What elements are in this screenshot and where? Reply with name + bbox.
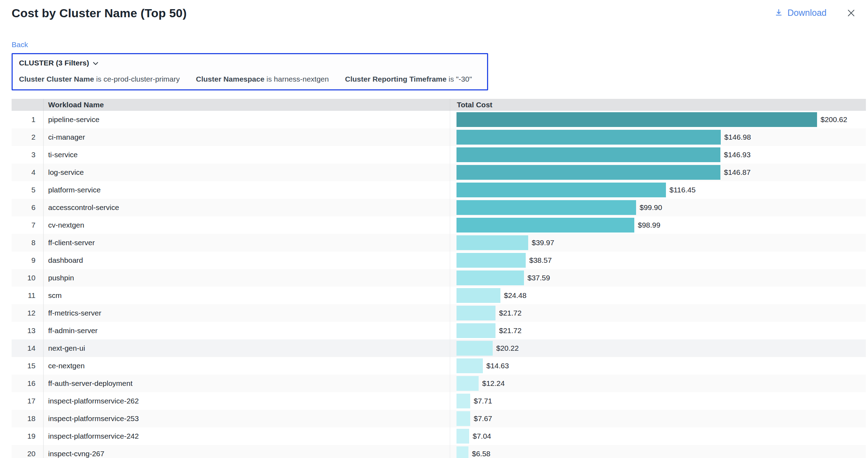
column-header-workload-name: Workload Name bbox=[43, 99, 450, 111]
row-rank: 20 bbox=[12, 450, 43, 458]
filter-condition[interactable]: Cluster Reporting Timeframe is "-30" bbox=[345, 75, 472, 83]
total-cost-cell: $7.67 bbox=[450, 410, 866, 427]
workload-name: dashboard bbox=[43, 252, 450, 269]
workload-name: inspect-platformservice-242 bbox=[43, 427, 450, 445]
table-row[interactable]: 14next-gen-ui$20.22 bbox=[12, 339, 866, 357]
table-row[interactable]: 19inspect-platformservice-242$7.04 bbox=[12, 427, 866, 445]
table-row[interactable]: 17inspect-platformservice-262$7.71 bbox=[12, 392, 866, 410]
table-row[interactable]: 11scm$24.48 bbox=[12, 287, 866, 304]
cost-bar[interactable] bbox=[456, 323, 495, 338]
table-row[interactable]: 10pushpin$37.59 bbox=[12, 269, 866, 287]
workload-name: inspect-cvng-267 bbox=[43, 445, 450, 458]
cost-bar[interactable] bbox=[456, 446, 468, 458]
workload-name: accesscontrol-service bbox=[43, 199, 450, 216]
total-cost-cell: $20.22 bbox=[450, 339, 866, 357]
table-row[interactable]: 20inspect-cvng-267$6.58 bbox=[12, 445, 866, 458]
cost-value: $146.98 bbox=[724, 133, 751, 141]
total-cost-cell: $146.93 bbox=[450, 146, 866, 164]
table-row[interactable]: 5platform-service$116.45 bbox=[12, 181, 866, 199]
cost-bar[interactable] bbox=[456, 271, 524, 285]
filter-operator: is bbox=[449, 75, 454, 83]
row-rank: 17 bbox=[12, 397, 43, 405]
cost-bar[interactable] bbox=[456, 394, 470, 408]
row-rank: 8 bbox=[12, 238, 43, 247]
dialog-header: Cost by Cluster Name (Top 50) Download bbox=[12, 6, 858, 20]
header-actions: Download bbox=[774, 8, 856, 18]
table-row[interactable]: 16ff-auth-server-deployment$12.24 bbox=[12, 375, 866, 392]
table-row[interactable]: 13ff-admin-server$21.72 bbox=[12, 322, 866, 339]
table-row[interactable]: 4log-service$146.87 bbox=[12, 164, 866, 181]
cost-value: $39.97 bbox=[532, 238, 554, 247]
workload-name: ti-service bbox=[43, 146, 450, 164]
cost-value: $21.72 bbox=[499, 309, 522, 317]
cost-value: $6.58 bbox=[472, 450, 491, 458]
cost-bar[interactable] bbox=[456, 376, 479, 391]
filter-condition[interactable]: Cluster Cluster Name is ce-prod-cluster-… bbox=[19, 75, 180, 83]
filter-condition[interactable]: Cluster Namespace is harness-nextgen bbox=[196, 75, 329, 83]
table-row[interactable]: 8ff-client-server$39.97 bbox=[12, 234, 866, 252]
workload-name: cv-nextgen bbox=[43, 216, 450, 234]
cost-value: $7.67 bbox=[474, 414, 492, 423]
page-title: Cost by Cluster Name (Top 50) bbox=[12, 6, 187, 20]
cost-value: $99.90 bbox=[640, 203, 662, 212]
total-cost-cell: $24.48 bbox=[450, 287, 866, 304]
filter-group-toggle[interactable]: CLUSTER (3 Filters) bbox=[19, 59, 481, 67]
cost-bar[interactable] bbox=[456, 147, 720, 162]
table-row[interactable]: 12ff-metrics-server$21.72 bbox=[12, 304, 866, 322]
cost-bar[interactable] bbox=[456, 218, 634, 233]
chevron-down-icon bbox=[93, 62, 98, 66]
workload-name: inspect-platformservice-253 bbox=[43, 410, 450, 427]
dialog-cost-by-cluster: Cost by Cluster Name (Top 50) Download bbox=[0, 0, 868, 458]
total-cost-cell: $6.58 bbox=[450, 445, 866, 458]
table-row[interactable]: 9dashboard$38.57 bbox=[12, 252, 866, 269]
table-row[interactable]: 7cv-nextgen$98.99 bbox=[12, 216, 866, 234]
cost-bar[interactable] bbox=[456, 411, 470, 426]
cost-bar[interactable] bbox=[456, 429, 469, 444]
cost-bar[interactable] bbox=[456, 288, 500, 303]
cost-bar[interactable] bbox=[456, 253, 526, 268]
row-rank: 5 bbox=[12, 186, 43, 194]
workload-name: platform-service bbox=[43, 181, 450, 199]
back-link[interactable]: Back bbox=[12, 40, 28, 49]
filter-conditions: Cluster Cluster Name is ce-prod-cluster-… bbox=[19, 75, 481, 83]
cost-bar[interactable] bbox=[456, 235, 528, 250]
download-button[interactable]: Download bbox=[774, 8, 827, 18]
table-header: Workload Name Total Cost bbox=[12, 99, 866, 111]
cost-bar[interactable] bbox=[456, 183, 666, 197]
cost-bar[interactable] bbox=[456, 130, 721, 145]
cost-bar[interactable] bbox=[456, 200, 636, 215]
table-row[interactable]: 6accesscontrol-service$99.90 bbox=[12, 199, 866, 216]
filter-field: Cluster Cluster Name bbox=[19, 75, 94, 83]
cost-value: $12.24 bbox=[482, 379, 505, 388]
cost-value: $200.62 bbox=[821, 115, 847, 124]
table-row[interactable]: 3ti-service$146.93 bbox=[12, 146, 866, 164]
table-row[interactable]: 2ci-manager$146.98 bbox=[12, 128, 866, 146]
total-cost-cell: $39.97 bbox=[450, 234, 866, 252]
table-row[interactable]: 1pipeline-service$200.62 bbox=[12, 111, 866, 128]
cost-bar[interactable] bbox=[456, 341, 493, 356]
workload-name: log-service bbox=[43, 164, 450, 181]
row-rank: 10 bbox=[12, 274, 43, 282]
row-rank: 16 bbox=[12, 379, 43, 388]
cost-bar[interactable] bbox=[456, 112, 817, 127]
filter-value: ce-prod-cluster-primary bbox=[103, 75, 180, 83]
close-button[interactable] bbox=[846, 8, 856, 18]
row-rank: 3 bbox=[12, 151, 43, 159]
cost-table: Workload Name Total Cost 1pipeline-servi… bbox=[12, 99, 866, 458]
filter-value: "-30" bbox=[456, 75, 472, 83]
cost-value: $21.72 bbox=[499, 326, 522, 335]
table-row[interactable]: 18inspect-platformservice-253$7.67 bbox=[12, 410, 866, 427]
column-header-rank bbox=[12, 99, 43, 111]
table-row[interactable]: 15ce-nextgen$14.63 bbox=[12, 357, 866, 375]
cost-bar[interactable] bbox=[456, 165, 720, 180]
cost-bar[interactable] bbox=[456, 358, 483, 373]
filter-field: Cluster Namespace bbox=[196, 75, 264, 83]
workload-name: scm bbox=[43, 287, 450, 304]
row-rank: 7 bbox=[12, 221, 43, 229]
row-rank: 1 bbox=[12, 115, 43, 124]
row-rank: 9 bbox=[12, 256, 43, 265]
row-rank: 14 bbox=[12, 344, 43, 352]
cost-value: $37.59 bbox=[527, 274, 550, 282]
cost-bar[interactable] bbox=[456, 306, 495, 320]
cost-value: $24.48 bbox=[504, 291, 526, 300]
